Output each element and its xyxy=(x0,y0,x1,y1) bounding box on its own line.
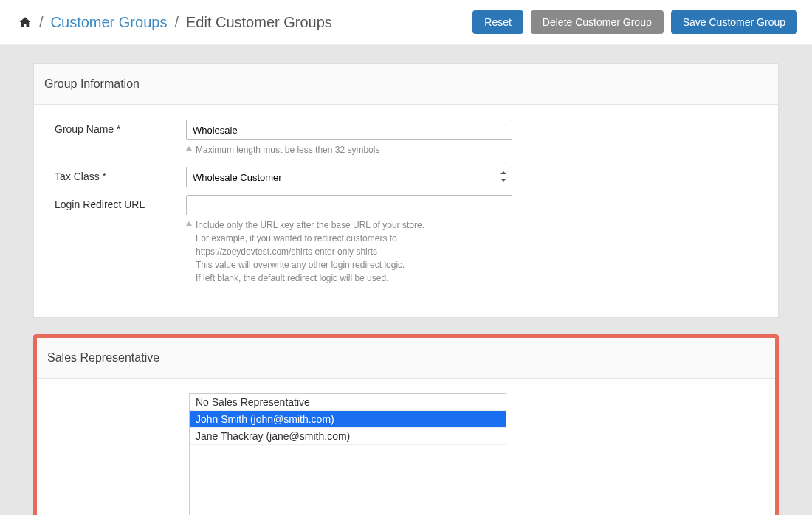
page-body: Group Information Group Name * Maximum l… xyxy=(0,45,812,515)
group-name-input[interactable] xyxy=(186,120,512,140)
panel-body-group-information: Group Name * Maximum length must be less… xyxy=(34,105,778,317)
panel-header-sales-representative: Sales Representative xyxy=(37,338,775,379)
breadcrumb-current: Edit Customer Groups xyxy=(186,14,332,31)
panel-body-sales-representative: No Sales RepresentativeJohn Smith (john@… xyxy=(37,379,775,515)
panel-header-group-information: Group Information xyxy=(34,64,778,105)
sales-rep-option[interactable]: No Sales Representative xyxy=(190,394,506,411)
login-redirect-url-helper: Include only the URL key after the base … xyxy=(186,215,512,292)
home-icon[interactable] xyxy=(18,15,32,29)
sales-rep-option[interactable]: John Smith (john@smith.com) xyxy=(190,411,506,428)
panel-group-information: Group Information Group Name * Maximum l… xyxy=(33,63,779,318)
breadcrumb: / Customer Groups / Edit Customer Groups xyxy=(18,14,332,31)
panel-sales-representative: Sales Representative No Sales Representa… xyxy=(33,334,779,515)
sales-rep-listbox[interactable]: No Sales RepresentativeJohn Smith (john@… xyxy=(189,393,506,515)
login-redirect-url-input[interactable] xyxy=(186,195,512,215)
tax-class-select[interactable] xyxy=(186,167,512,187)
breadcrumb-separator: / xyxy=(39,14,44,31)
sales-rep-option[interactable]: Jane Thackray (jane@smith.com) xyxy=(190,428,506,445)
reset-button[interactable]: Reset xyxy=(472,10,523,34)
action-buttons: Reset Delete Customer Group Save Custome… xyxy=(472,10,797,34)
tax-class-label: Tax Class * xyxy=(55,167,186,182)
group-name-helper: Maximum length must be less then 32 symb… xyxy=(186,140,512,164)
group-name-label: Group Name * xyxy=(55,120,186,135)
breadcrumb-link-customer-groups[interactable]: Customer Groups xyxy=(51,14,168,31)
save-customer-group-button[interactable]: Save Customer Group xyxy=(671,10,797,34)
delete-customer-group-button[interactable]: Delete Customer Group xyxy=(531,10,664,34)
topbar: / Customer Groups / Edit Customer Groups… xyxy=(0,0,812,45)
login-redirect-url-label: Login Redirect URL xyxy=(55,195,186,210)
breadcrumb-separator: / xyxy=(174,14,179,31)
